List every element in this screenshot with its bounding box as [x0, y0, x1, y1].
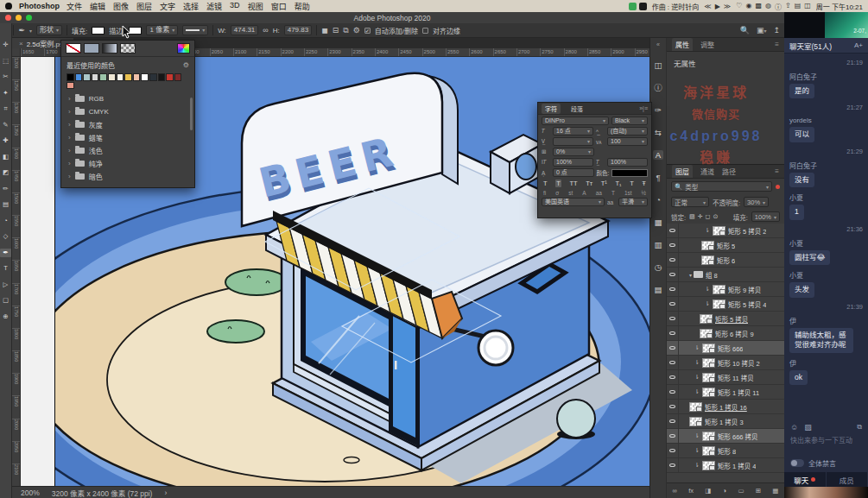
opentype-button[interactable]: 1st	[624, 190, 632, 196]
ruler-left[interactable]: 1200125013001350140014501500155016001650…	[12, 57, 21, 486]
text-style-button[interactable]: T	[543, 180, 548, 187]
tool-mode-select[interactable]: 形状▾	[36, 25, 62, 35]
menu-item[interactable]: 视图	[248, 1, 263, 12]
panel-menu-icon[interactable]: ≡	[775, 167, 779, 175]
layer-thumbnail[interactable]	[713, 285, 725, 294]
gradient-button[interactable]	[102, 43, 117, 54]
fill-swatch[interactable]	[92, 27, 105, 35]
menu-item[interactable]: 图像	[113, 1, 129, 12]
lock-icon[interactable]: ▨	[689, 213, 695, 220]
color-swatch[interactable]	[83, 73, 91, 81]
visibility-toggle[interactable]	[667, 253, 679, 267]
text-style-button[interactable]: TT	[569, 180, 577, 187]
font-size-field[interactable]: 16 点▾	[553, 127, 593, 136]
menu-item[interactable]: 选择	[183, 1, 199, 12]
font-style-select[interactable]: Black▾	[611, 117, 648, 125]
lock-icon[interactable]: ⊙	[713, 213, 718, 220]
stroke-width-field[interactable]: 1 像素▾	[146, 25, 178, 35]
tool-button[interactable]: ▢	[0, 296, 11, 305]
pattern-button[interactable]	[120, 43, 136, 54]
share-icon[interactable]: ↥	[773, 26, 780, 35]
layer-thumbnail[interactable]	[702, 461, 715, 470]
opentype-button[interactable]: ½	[642, 190, 646, 196]
dock-panel-icon[interactable]: ◫	[655, 60, 662, 70]
layer-action-icon[interactable]: ⊞	[756, 487, 761, 495]
layer-row[interactable]: ⇂ ▾ 矩形 5 拷贝 2	[667, 224, 784, 238]
visibility-toggle[interactable]	[667, 341, 679, 355]
layer-thumbnail[interactable]	[702, 344, 715, 353]
layer-fill-field[interactable]: 100%▾	[751, 211, 780, 222]
layer-filter-select[interactable]: 🔍 类型▾	[671, 181, 772, 192]
layer-row[interactable]: ⇂ ▾ 矩形 6 拷贝 9	[667, 326, 784, 341]
search-icon[interactable]: 🔍	[740, 26, 750, 35]
layer-action-icon[interactable]: ◑	[723, 487, 727, 495]
menu-item[interactable]: 图层	[136, 1, 152, 12]
tab-character[interactable]: 字符	[542, 104, 561, 114]
app-chip-icon[interactable]	[639, 3, 647, 10]
layer-thumbnail[interactable]	[701, 241, 714, 250]
tool-button[interactable]: ◩	[0, 168, 11, 177]
text-style-button[interactable]: T	[630, 180, 634, 187]
dock-panel-icon[interactable]: ✑	[655, 105, 662, 115]
tool-button[interactable]: ✏	[0, 185, 11, 193]
align-edges-checkbox[interactable]	[422, 28, 428, 34]
width-field[interactable]: 474.31	[231, 25, 258, 35]
tab-paragraph[interactable]: 段落	[567, 104, 586, 114]
media-control-icon[interactable]: ≫	[724, 3, 731, 10]
color-swatch[interactable]	[149, 73, 157, 81]
tool-button[interactable]: ⬚	[0, 57, 11, 66]
color-swatch[interactable]	[99, 73, 107, 81]
vertical-scale-field[interactable]: 100%	[553, 158, 593, 167]
visibility-toggle[interactable]	[667, 414, 679, 428]
menu-item[interactable]: 帮助	[295, 1, 310, 12]
image-icon[interactable]: ▨	[804, 423, 812, 432]
swatch-group[interactable]: › 灰度	[61, 118, 194, 131]
color-swatch[interactable]	[67, 82, 74, 90]
tool-button[interactable]: ✎	[0, 121, 11, 129]
menu-item[interactable]: 3D	[230, 1, 240, 12]
gear-icon[interactable]: ⚙	[353, 26, 360, 35]
text-style-button[interactable]: Tᴛ	[586, 180, 592, 187]
layer-thumbnail[interactable]	[700, 329, 713, 338]
dock-panel-icon[interactable]: ⓘ	[654, 83, 662, 92]
language-select[interactable]: 美国英语▾	[542, 198, 605, 206]
kerning-field[interactable]: ▾	[553, 137, 593, 146]
dock-panel-icon[interactable]: ▦	[655, 217, 662, 227]
text-style-button[interactable]: T₁	[615, 180, 621, 187]
opentype-button[interactable]: fi	[543, 190, 546, 196]
color-swatch[interactable]	[174, 73, 182, 81]
visibility-toggle[interactable]	[667, 268, 679, 281]
tool-preset-icon[interactable]: ✒	[18, 26, 25, 35]
text-style-button[interactable]: T	[555, 180, 561, 187]
no-color-button[interactable]	[66, 43, 81, 54]
leading-field[interactable]: (自动)▾	[607, 127, 648, 136]
height-field[interactable]: 479.83	[284, 25, 312, 35]
visibility-toggle[interactable]	[667, 385, 679, 399]
layer-thumbnail[interactable]	[689, 402, 702, 412]
menubar-status-icon[interactable]: ▤	[795, 2, 801, 11]
tool-button[interactable]: ◇	[0, 232, 11, 241]
visibility-toggle[interactable]	[667, 224, 679, 237]
layer-row[interactable]: ⇂ ▾ 矩形 666	[667, 341, 784, 356]
dock-panel-icon[interactable]: ▥	[655, 240, 662, 249]
layer-row[interactable]: ⇂ ▾ 矩形 5 拷贝 4	[667, 297, 784, 312]
tab-layers[interactable]: 图层	[672, 165, 693, 178]
layer-action-icon[interactable]: ∞	[673, 487, 677, 495]
opentype-button[interactable]: T	[611, 190, 615, 196]
dock-panel-icon[interactable]: ▤	[655, 285, 662, 294]
color-picker-button[interactable]	[177, 43, 190, 54]
swatch-group[interactable]: › 暗色	[61, 170, 194, 183]
layer-thumbnail[interactable]	[702, 446, 715, 456]
tab-channels[interactable]: 通道	[700, 167, 714, 176]
antialias-select[interactable]: 平滑▾	[618, 198, 648, 206]
opentype-button[interactable]: σ	[555, 190, 559, 196]
menu-item[interactable]: 文字	[160, 1, 175, 12]
tracking-field[interactable]: 100▾	[607, 137, 648, 146]
tool-button[interactable]: ◔	[0, 217, 11, 225]
dock-panel-icon[interactable]: ¶	[656, 173, 660, 182]
menu-app-name[interactable]: Photoshop	[19, 2, 60, 10]
gear-icon[interactable]: ⚙	[183, 61, 189, 69]
workspace-icon[interactable]: ▣▾	[757, 26, 767, 35]
swatch-group[interactable]: › 浅色	[61, 144, 194, 157]
link-dimensions-icon[interactable]: ∞	[263, 26, 268, 35]
